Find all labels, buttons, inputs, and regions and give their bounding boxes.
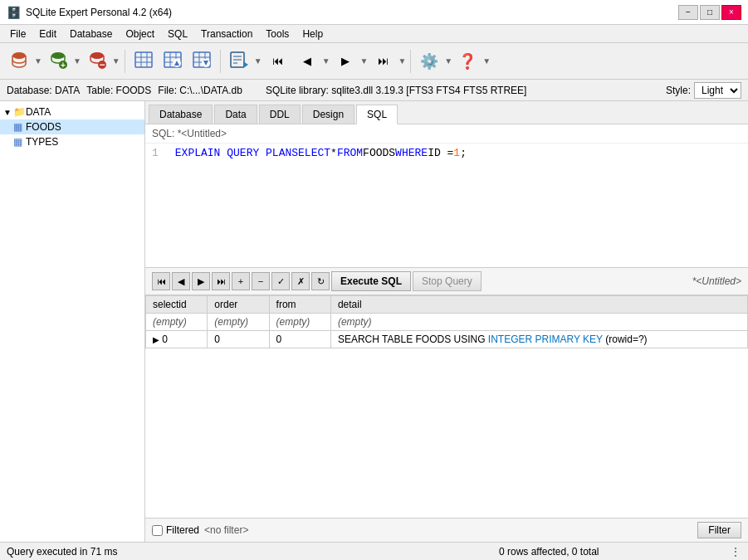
tab-design[interactable]: Design (302, 105, 354, 124)
menubar-item-help[interactable]: Help (296, 27, 330, 41)
qt-next-button[interactable]: ▶ (192, 272, 210, 290)
show-table-button[interactable] (130, 47, 158, 75)
import-icon (193, 51, 211, 71)
export-button[interactable] (159, 47, 187, 75)
execute-sql-button[interactable]: Execute SQL (331, 271, 411, 291)
nav-next-arrow[interactable]: ▼ (360, 56, 369, 66)
qt-check-button[interactable]: ✓ (271, 272, 290, 290)
settings-arrow[interactable]: ▼ (444, 56, 452, 66)
nav-last-arrow[interactable]: ▼ (398, 56, 406, 66)
close-db-button[interactable]: − (83, 47, 111, 75)
run-sql-button[interactable] (225, 47, 253, 75)
sidebar-types-label: TYPES (26, 136, 58, 148)
row-order: 0 (208, 331, 269, 348)
menubar-item-file[interactable]: File (3, 27, 32, 41)
row-selectid-value: 0 (162, 334, 168, 345)
qt-prev-button[interactable]: ◀ (172, 272, 190, 290)
svg-point-4 (90, 52, 104, 59)
sidebar-item-data-root[interactable]: ▼ 📁 DATA (0, 105, 144, 119)
tab-database[interactable]: Database (149, 105, 213, 124)
nav-next-button[interactable]: ▶ (331, 47, 359, 75)
sidebar-item-types[interactable]: ▦ TYPES (0, 134, 144, 149)
qt-add-button[interactable]: + (232, 272, 250, 290)
svg-marker-30 (243, 61, 248, 68)
results-table-container: selectid order from detail (empty) (empt… (145, 295, 748, 518)
menubar-item-object[interactable]: Object (119, 27, 161, 41)
titlebar: 🗄️ SQLite Expert Personal 4.2 (x64) − □ … (0, 0, 748, 25)
menubar-item-edit[interactable]: Edit (32, 27, 63, 41)
sql-keyword-where: WHERE (395, 147, 428, 159)
settings-toolbar-group: ⚙️ ▼ ❓ ▼ (415, 47, 491, 75)
menubar-item-transaction[interactable]: Transaction (194, 27, 259, 41)
qt-refresh-button[interactable]: ↻ (311, 272, 330, 290)
nav-first-button[interactable]: ⏮ (264, 47, 292, 75)
run-sql-icon (229, 50, 249, 72)
resize-handle-icon[interactable]: ⋮ (730, 545, 741, 558)
editor-line-1: 1 EXPLAIN QUERY PLAN SELECT * FROM FOODS… (152, 147, 741, 159)
qt-remove-button[interactable]: − (252, 272, 270, 290)
import-button[interactable] (188, 47, 216, 75)
results-table: selectid order from detail (empty) (empt… (145, 295, 748, 348)
qt-cancel-button[interactable]: ✗ (291, 272, 310, 290)
new-db-button[interactable]: + (44, 47, 72, 75)
row-detail: SEARCH TABLE FOODS USING INTEGER PRIMARY… (330, 331, 747, 348)
svg-rect-7 (135, 52, 152, 67)
sql-semicolon: ; (460, 147, 467, 159)
qt-last-button[interactable]: ⏭ (212, 272, 230, 290)
maximize-button[interactable]: □ (700, 5, 720, 20)
new-db-arrow[interactable]: ▼ (73, 56, 81, 66)
detail-highlight-text: INTEGER PRIMARY KEY (488, 334, 603, 345)
col-header-from: from (269, 296, 330, 314)
help-arrow[interactable]: ▼ (482, 56, 491, 66)
folder-icon: 📁 (13, 106, 26, 118)
filtered-label-text: Filtered (166, 524, 199, 536)
line-number: 1 (152, 147, 169, 159)
col-header-selectid: selectid (146, 296, 208, 314)
query-toolbar: ⏮ ◀ ▶ ⏭ + − ✓ ✗ ↻ Execute SQL Stop Query… (145, 268, 748, 295)
nav-last-button[interactable]: ⏭ (369, 47, 397, 75)
row-from: 0 (269, 331, 330, 348)
sql-table-name: FOODS (363, 147, 395, 159)
sidebar-foods-label: FOODS (26, 121, 61, 133)
main-layout: ▼ 📁 DATA ▦ FOODS ▦ TYPES Database Data D… (0, 101, 748, 542)
sql-field-id: ID = (428, 147, 453, 159)
run-sql-arrow[interactable]: ▼ (254, 56, 262, 66)
filter-button[interactable]: Filter (697, 522, 741, 538)
filtered-checkbox[interactable] (152, 525, 163, 536)
style-dropdown[interactable]: Light Dark Blue (694, 82, 741, 99)
sidebar-root-label: DATA (26, 106, 51, 118)
close-db-arrow[interactable]: ▼ (112, 56, 120, 66)
stop-query-button[interactable]: Stop Query (413, 271, 482, 291)
sql-keyword-explain: EXPLAIN QUERY PLAN (175, 147, 291, 159)
tab-bar: Database Data DDL Design SQL (145, 101, 748, 124)
tab-sql[interactable]: SQL (356, 105, 398, 124)
table-info: Table: FOODS (86, 85, 151, 96)
tab-ddl[interactable]: DDL (259, 105, 301, 124)
detail-suffix-text: (rowid=?) (603, 334, 648, 345)
minimize-button[interactable]: − (678, 5, 698, 20)
menubar-item-database[interactable]: Database (63, 27, 119, 41)
settings-button[interactable]: ⚙️ (415, 47, 443, 75)
nav-prev-button[interactable]: ◀ (293, 47, 321, 75)
nav-prev-arrow[interactable]: ▼ (322, 56, 330, 66)
tab-data[interactable]: Data (214, 105, 257, 124)
empty-order: (empty) (208, 314, 269, 331)
sqlite-info: SQLite library: sqlite3.dll 3.19.3 [FTS3… (266, 85, 527, 96)
row-selectid: ▶ 0 (146, 331, 208, 348)
results-empty-row: (empty) (empty) (empty) (empty) (146, 314, 748, 331)
close-button[interactable]: × (721, 5, 741, 20)
help-button[interactable]: ❓ (453, 47, 482, 75)
app-icon: 🗄️ (7, 6, 21, 19)
sidebar-item-foods[interactable]: ▦ FOODS (0, 119, 144, 134)
app-title: SQLite Expert Personal 4.2 (x64) (26, 7, 172, 18)
sql-editor[interactable]: 1 EXPLAIN QUERY PLAN SELECT * FROM FOODS… (145, 144, 748, 268)
open-db-button[interactable] (5, 47, 33, 75)
results-data-row[interactable]: ▶ 0 0 0 SEARCH TABLE FOODS USING INTEGER… (146, 331, 748, 348)
open-db-arrow[interactable]: ▼ (34, 56, 42, 66)
filter-text-value: <no filter> (204, 524, 692, 536)
status-left-text: Query executed in 71 ms (7, 546, 369, 558)
menubar-item-tools[interactable]: Tools (259, 27, 296, 41)
svg-point-0 (12, 52, 26, 59)
menubar-item-sql[interactable]: SQL (161, 27, 194, 41)
qt-first-button[interactable]: ⏮ (152, 272, 170, 290)
